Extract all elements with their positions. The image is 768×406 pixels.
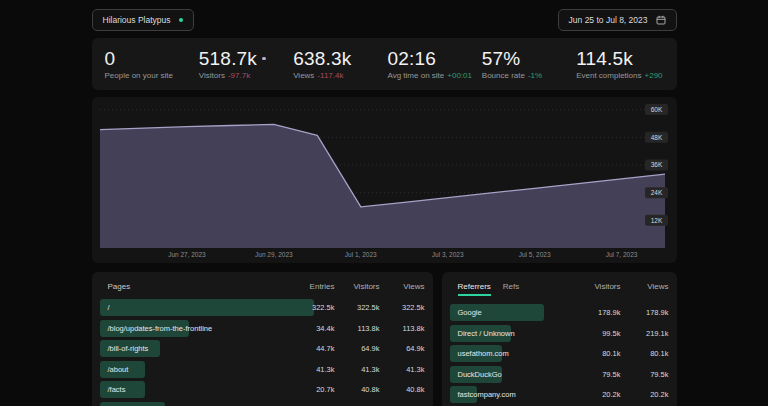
column-header-views: Views [380,282,425,291]
row-value: 20.2k [621,390,669,399]
visitors-area-chart: 12K24K36K48K60KJun 27, 2023Jun 29, 2023J… [92,97,677,263]
row-label: DuckDuckGo [450,370,573,379]
chart-svg: 12K24K36K48K60KJun 27, 2023Jun 29, 2023J… [92,97,677,263]
date-range-label: Jun 25 to Jul 8, 2023 [569,15,648,25]
stat-label: Avg time on site+00:01 [387,71,481,80]
y-tick-label: 60K [650,106,662,113]
row-value: 178.9k [621,308,669,317]
row-label: /blog/updates-from-the-frontline [100,324,290,333]
stat-label-text: Bounce rate [482,71,525,80]
area-fill [100,124,665,248]
table-row[interactable]: Direct / Unknown99.5k219.1k [450,325,669,342]
row-value: 64.9k [380,344,425,353]
stat-bounce-rate[interactable]: 57%Bounce rate-1% [482,48,576,80]
stat-label-text: People on your site [105,71,174,80]
selected-metric-dot-icon [262,57,266,61]
row-value: 20.2k [573,390,621,399]
site-selector[interactable]: Hilarious Platypus [92,9,194,31]
column-header-entries: Entries [290,282,335,291]
table-row-partial[interactable] [100,402,425,406]
row-value: 34.4k [290,324,335,333]
table-row[interactable]: /bill-of-rights44.7k64.9k64.9k [100,340,425,357]
row-bar [100,402,165,406]
row-label: / [100,303,290,312]
row-label: usefathom.com [450,349,573,358]
table-row[interactable]: /blog/updates-from-the-frontline34.4k113… [100,320,425,337]
table-row[interactable]: /322.5k322.5k322.5k [100,299,425,316]
table-row[interactable]: DuckDuckGo79.5k79.5k [450,366,669,383]
y-tick-label: 24K [650,189,662,196]
row-value: 41.3k [335,365,380,374]
row-value: 113.8k [335,324,380,333]
referrers-table: ReferrersRefsVisitorsViewsGoogle178.9k17… [442,272,677,406]
row-value: 41.3k [380,365,425,374]
row-label: Google [450,308,573,317]
table-tabs: ReferrersRefs [458,282,573,296]
stat-visitors[interactable]: 518.7kVisitors-97.7k [199,48,293,80]
table-header: ReferrersRefsVisitorsViews [450,280,669,296]
y-tick-label: 48K [650,134,662,141]
stat-event-completions[interactable]: 114.5kEvent completions+290 [576,48,670,80]
stat-label: Visitors-97.7k [199,71,293,80]
row-value: 322.5k [290,303,335,312]
row-value: 40.8k [380,385,425,394]
stat-people-on-your-site[interactable]: 0People on your site [105,48,199,80]
stat-value: 0 [105,48,199,69]
row-value: 79.5k [573,370,621,379]
row-value: 99.5k [573,329,621,338]
site-live-dot-icon [179,18,183,22]
row-value: 178.9k [573,308,621,317]
table-row[interactable]: usefathom.com80.1k80.1k [450,345,669,362]
x-tick-label: Jul 5, 2023 [518,251,550,258]
stat-delta: -97.7k [228,71,250,80]
column-header-visitors: Visitors [335,282,380,291]
stat-label: People on your site [105,71,199,80]
stat-avg-time-on-site[interactable]: 02:16Avg time on site+00:01 [387,48,481,80]
table-row[interactable]: /facts20.7k40.8k40.8k [100,381,425,398]
tab-refs[interactable]: Refs [503,282,519,296]
date-range-picker[interactable]: Jun 25 to Jul 8, 2023 [558,9,677,31]
row-label: /bill-of-rights [100,344,290,353]
y-tick-label: 12K [650,217,662,224]
stat-label-text: Visitors [199,71,225,80]
table-row[interactable]: Google178.9k178.9k [450,304,669,321]
analytics-dashboard: Hilarious Platypus Jun 25 to Jul 8, 2023… [92,0,677,406]
stat-label-text: Event completions [576,71,641,80]
top-bar: Hilarious Platypus Jun 25 to Jul 8, 2023 [92,0,677,31]
row-value: 322.5k [380,303,425,312]
row-value: 64.9k [335,344,380,353]
row-value: 41.3k [290,365,335,374]
stat-label-text: Views [293,71,314,80]
table-row[interactable]: fastcompany.com20.2k20.2k [450,386,669,403]
stat-value: 518.7k [199,48,293,69]
x-tick-label: Jun 29, 2023 [255,251,293,258]
stat-value: 02:16 [387,48,481,69]
row-value: 322.5k [335,303,380,312]
x-tick-label: Jul 1, 2023 [344,251,376,258]
stat-label: Views-117.4k [293,71,387,80]
stat-delta: -1% [528,71,542,80]
stat-delta: +290 [645,71,663,80]
stat-label: Event completions+290 [576,71,670,80]
x-tick-label: Jul 7, 2023 [605,251,637,258]
pages-table: PagesEntriesVisitorsViews/322.5k322.5k32… [92,272,433,406]
row-value: 79.5k [621,370,669,379]
x-tick-label: Jun 27, 2023 [168,251,206,258]
row-value: 113.8k [380,324,425,333]
stat-views[interactable]: 638.3kViews-117.4k [293,48,387,80]
row-value: 44.7k [290,344,335,353]
row-value: 40.8k [335,385,380,394]
row-label: /facts [100,385,290,394]
tab-referrers[interactable]: Referrers [458,282,491,296]
stat-delta: +00:01 [447,71,472,80]
site-selector-label: Hilarious Platypus [103,15,171,25]
table-row[interactable]: /about41.3k41.3k41.3k [100,361,425,378]
row-label: fastcompany.com [450,390,573,399]
breakdown-tables: PagesEntriesVisitorsViews/322.5k322.5k32… [92,272,677,406]
table-title: Pages [108,282,290,291]
row-label: /about [100,365,290,374]
column-header-views: Views [621,282,669,291]
row-value: 80.1k [621,349,669,358]
calendar-icon [656,15,666,25]
row-label: Direct / Unknown [450,329,573,338]
